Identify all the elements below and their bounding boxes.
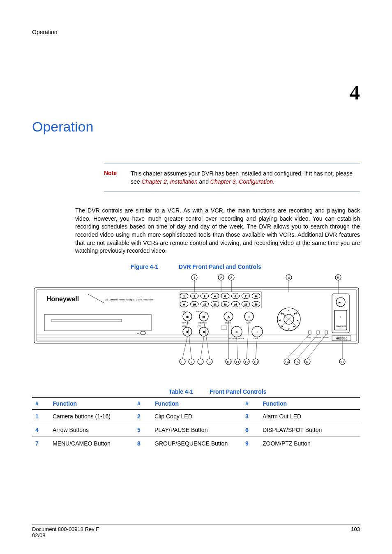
svg-point-20 bbox=[140, 331, 146, 335]
cell-num: 4 bbox=[32, 423, 49, 436]
svg-text:△: △ bbox=[228, 316, 230, 318]
svg-text:⌘: ⌘ bbox=[235, 331, 238, 333]
figure-title: DVR Front Panel and Controls bbox=[179, 263, 261, 270]
note-link-chapter3[interactable]: Chapter 3, Configuration bbox=[210, 178, 273, 185]
svg-text:▼: ▼ bbox=[288, 328, 290, 330]
svg-text:17: 17 bbox=[340, 360, 344, 364]
page-footer: Document 800-00918 Rev F 02/08 103 bbox=[32, 524, 360, 538]
note-block: Note This chapter assumes your DVR has b… bbox=[104, 164, 360, 192]
cell-func: ZOOM/PTZ Button bbox=[259, 436, 360, 450]
svg-text:≡: ≡ bbox=[187, 331, 188, 333]
svg-line-143 bbox=[237, 337, 238, 359]
svg-text:4: 4 bbox=[214, 295, 216, 298]
note-text: This chapter assumes your DVR has been i… bbox=[131, 170, 360, 186]
svg-text:POWER: POWER bbox=[323, 337, 329, 339]
svg-text:▲: ▲ bbox=[288, 309, 290, 312]
table-caption: Table 4-1Front Panel Controls bbox=[75, 388, 360, 395]
svg-text:6: 6 bbox=[181, 360, 183, 364]
th-func-3: Function bbox=[259, 397, 360, 409]
svg-text:DISPLAY: DISPLAY bbox=[182, 322, 189, 324]
cell-num: 3 bbox=[242, 409, 259, 423]
cell-num: 2 bbox=[134, 409, 151, 423]
svg-line-146 bbox=[287, 334, 310, 359]
cell-func: Alarm Out LED bbox=[259, 409, 360, 423]
svg-text:SEQUENCE: SEQUENCE bbox=[198, 322, 207, 324]
svg-rect-18 bbox=[44, 314, 151, 331]
table-row: 4 Arrow Buttons 5 PLAY/PAUSE Button 6 DI… bbox=[32, 423, 360, 436]
model-badge: HRSD16 bbox=[336, 337, 347, 340]
table-number: Table 4-1 bbox=[168, 388, 193, 395]
chapter-title: Operation bbox=[32, 119, 360, 135]
cell-func: PLAY/PAUSE Button bbox=[151, 423, 242, 436]
cell-func: MENU/CAMEO Button bbox=[49, 436, 134, 450]
svg-text:▶|: ▶| bbox=[293, 325, 295, 328]
body-paragraph: The DVR controls are similar to a VCR. A… bbox=[75, 207, 360, 255]
svg-text:⏏: ⏏ bbox=[137, 332, 139, 335]
th-num-1: # bbox=[32, 397, 49, 409]
svg-text:8: 8 bbox=[199, 360, 201, 364]
svg-line-138 bbox=[182, 337, 187, 359]
svg-text:||: || bbox=[340, 316, 341, 318]
svg-text:9: 9 bbox=[183, 303, 185, 306]
svg-text:2: 2 bbox=[194, 295, 195, 298]
svg-text:PANIC: PANIC bbox=[246, 322, 251, 324]
svg-text:✥: ✥ bbox=[203, 331, 205, 333]
footer-date: 02/08 bbox=[32, 532, 99, 538]
svg-text:ZOOM: ZOOM bbox=[253, 337, 258, 339]
svg-text:!: ! bbox=[249, 316, 249, 318]
figure-dvr-panel: 1 2 3 4 5 Honeywell 16-Channel Network D… bbox=[32, 273, 360, 376]
svg-line-145 bbox=[256, 337, 257, 359]
svg-text:◀: ◀ bbox=[279, 319, 281, 321]
svg-line-139 bbox=[187, 321, 191, 359]
note-text-mid: and bbox=[198, 178, 210, 185]
note-text-after: . bbox=[273, 178, 274, 185]
svg-text:15: 15 bbox=[295, 360, 299, 364]
th-func-2: Function bbox=[151, 397, 242, 409]
svg-text:▶: ▶ bbox=[297, 319, 299, 321]
svg-point-108 bbox=[336, 298, 345, 307]
svg-text:10: 10 bbox=[226, 360, 231, 364]
note-link-chapter2[interactable]: Chapter 2, Installation bbox=[141, 178, 197, 185]
svg-text:▶▶: ▶▶ bbox=[294, 312, 297, 315]
footer-doc-id: Document 800-00918 Rev F bbox=[32, 526, 99, 532]
cell-func: Camera buttons (1-16) bbox=[49, 409, 134, 423]
cell-func: DISPLAY/SPOT Button bbox=[259, 423, 360, 436]
svg-line-144 bbox=[247, 321, 249, 359]
svg-rect-82 bbox=[221, 326, 227, 329]
svg-text:8: 8 bbox=[255, 295, 257, 298]
svg-text:9: 9 bbox=[208, 360, 210, 364]
svg-rect-103 bbox=[325, 331, 327, 334]
svg-line-17 bbox=[88, 294, 104, 303]
svg-line-141 bbox=[204, 321, 210, 359]
svg-line-140 bbox=[201, 337, 204, 359]
svg-text:7: 7 bbox=[245, 295, 247, 298]
svg-text:GROUP/SEQUENCE: GROUP/SEQUENCE bbox=[228, 337, 244, 339]
figure-number: Figure 4-1 bbox=[131, 263, 158, 270]
svg-text:HDD: HDD bbox=[307, 337, 311, 339]
svg-text:ALARM: ALARM bbox=[225, 322, 231, 324]
svg-text:1: 1 bbox=[193, 276, 195, 280]
table-title: Front Panel Controls bbox=[210, 388, 266, 395]
brand-label: Honeywell bbox=[46, 295, 79, 302]
table-row: 1 Camera buttons (1-16) 2 Clip Copy LED … bbox=[32, 409, 360, 423]
svg-rect-101 bbox=[309, 331, 311, 334]
svg-text:5: 5 bbox=[337, 276, 339, 280]
svg-text:11: 11 bbox=[235, 360, 240, 364]
svg-text:13: 13 bbox=[224, 303, 227, 306]
svg-text:11: 11 bbox=[203, 303, 206, 306]
svg-text:10: 10 bbox=[193, 303, 196, 306]
svg-text:7: 7 bbox=[190, 360, 192, 364]
svg-text:◀◀: ◀◀ bbox=[280, 312, 284, 315]
cell-num: 7 bbox=[32, 436, 49, 450]
front-panel-controls-table: # Function # Function # Function 1 Camer… bbox=[32, 397, 360, 450]
svg-text:15: 15 bbox=[244, 303, 247, 306]
svg-text:▶: ▶ bbox=[339, 301, 341, 304]
svg-text:12: 12 bbox=[244, 360, 249, 364]
svg-text:14: 14 bbox=[234, 303, 237, 306]
svg-rect-19 bbox=[52, 319, 122, 322]
svg-text:16: 16 bbox=[255, 303, 258, 306]
th-num-2: # bbox=[134, 397, 151, 409]
svg-text:14: 14 bbox=[285, 360, 289, 364]
svg-text:3: 3 bbox=[204, 295, 205, 298]
cell-num: 5 bbox=[134, 423, 151, 436]
